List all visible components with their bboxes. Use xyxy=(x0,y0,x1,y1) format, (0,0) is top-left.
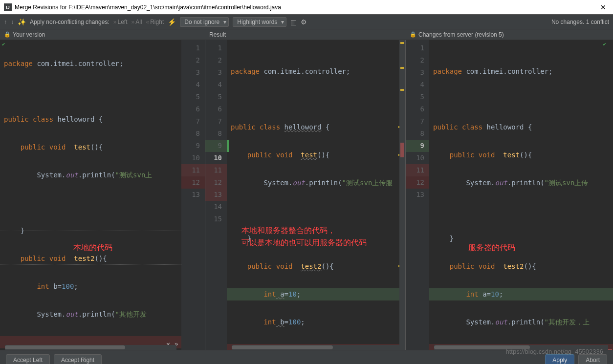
magic-wand-icon[interactable]: ✨ xyxy=(18,18,26,26)
error-stripe[interactable] xyxy=(399,40,405,350)
highlight-dropdown[interactable]: Highlight words xyxy=(233,17,286,27)
apply-label: Apply non-conflicting changes: xyxy=(30,19,109,25)
resolve-wand-icon[interactable]: ⚡ xyxy=(168,18,176,26)
apply-right-button[interactable]: «Right xyxy=(146,19,164,25)
merge-panes: ✔ package com.itmei.controller; public c… xyxy=(0,40,613,350)
header-server: 🔒Changes from server (revision 5) xyxy=(406,29,613,40)
gutter-right: 12345678910111213 xyxy=(406,40,429,350)
scrollbar-h[interactable] xyxy=(232,345,400,350)
prev-change-icon[interactable]: ↑ xyxy=(4,19,7,25)
close-icon[interactable]: ✕ xyxy=(597,3,609,11)
apply-left-button[interactable]: »Left xyxy=(113,19,128,25)
gutter-left: 12345678910111213 xyxy=(181,40,205,350)
pane-server-version[interactable]: 12345678910111213 ✔ package com.itmei.co… xyxy=(406,40,613,350)
sync-scroll-icon[interactable]: ▥ xyxy=(290,18,297,26)
next-change-icon[interactable]: ↓ xyxy=(11,19,14,25)
toolbar: ↑ ↓ ✨ Apply non-conflicting changes: »Le… xyxy=(0,15,613,29)
app-icon: IJ xyxy=(4,3,12,11)
annotation-left: 本地的代码 xyxy=(73,243,112,253)
scrollbar-h[interactable] xyxy=(5,345,176,350)
merge-status: No changes. 1 conflict xyxy=(551,19,609,25)
titlebar: IJ Merge Revisions for F:\IDEA\maven\mav… xyxy=(0,0,613,15)
apply-button[interactable]: Apply xyxy=(545,354,574,364)
accept-left-button[interactable]: Accept Left xyxy=(6,354,50,364)
gutter-mid-left: 123456789101112131415 xyxy=(205,40,227,350)
lock-icon: 🔒 xyxy=(410,31,416,38)
abort-button[interactable]: Abort xyxy=(578,354,607,364)
header-your-version: 🔒Your version xyxy=(0,29,205,40)
pane-headers: 🔒Your version Result 🔒Changes from serve… xyxy=(0,29,613,40)
lock-icon: 🔒 xyxy=(4,31,11,38)
header-result: Result xyxy=(205,29,406,40)
pane-your-version[interactable]: ✔ package com.itmei.controller; public c… xyxy=(0,40,205,350)
window-title: Merge Revisions for F:\IDEA\maven\maven_… xyxy=(15,4,597,11)
accept-right-button[interactable]: Accept Right xyxy=(54,354,102,364)
ignore-dropdown[interactable]: Do not ignore xyxy=(180,17,229,27)
apply-all-button[interactable]: »All xyxy=(131,19,142,25)
pane-result[interactable]: 123456789101112131415 package com.itmei.… xyxy=(205,40,406,350)
watermark: https://blog.csdn.net/qq_45502336 xyxy=(506,348,604,355)
gear-icon[interactable]: ⚙ xyxy=(301,18,307,26)
check-icon: ✔ xyxy=(603,41,606,47)
